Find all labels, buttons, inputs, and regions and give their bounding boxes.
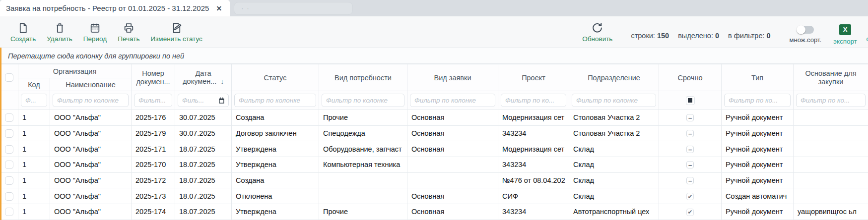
filter-need-type-input[interactable] <box>322 94 404 107</box>
filter-status-input[interactable] <box>234 94 316 107</box>
cell-org: ООО "Альфа" <box>50 110 132 126</box>
table-row[interactable]: 1ООО "Альфа"2025-17318.07.2025ОтклоненаО… <box>0 188 868 204</box>
table-row[interactable]: 1ООО "Альфа"2025-17218.07.2025Создана№47… <box>0 172 868 188</box>
cell-type: Ручной документ <box>722 172 794 188</box>
change-status-button[interactable]: Изменить статус <box>145 16 207 48</box>
row-checkbox[interactable] <box>5 145 13 154</box>
header-code[interactable]: Код <box>18 78 50 91</box>
cell-request-type: Основная <box>407 204 498 220</box>
filter-request-type-input[interactable] <box>410 94 495 107</box>
new-document-icon <box>17 22 29 34</box>
urgent-checkbox-dash[interactable]: – <box>686 114 694 121</box>
row-select-cell <box>0 141 18 157</box>
row-checkbox[interactable] <box>5 192 13 201</box>
cell-type: Ручной документ <box>722 125 794 141</box>
tab-ghost[interactable]: · · <box>234 2 353 15</box>
cell-status: Отклонена <box>232 188 319 204</box>
cell-project: Модернизация сет <box>498 110 569 126</box>
delete-button-label: Удалить <box>47 35 72 43</box>
filter-type-input[interactable] <box>724 94 791 107</box>
group-drop-zone[interactable]: Перетащите сюда колонку для группировки … <box>0 48 868 64</box>
print-button[interactable]: Печать <box>112 16 145 48</box>
cell-basis <box>794 157 868 173</box>
table-row[interactable]: 1ООО "Альфа"2025-17630.07.2025СозданаПро… <box>0 110 868 126</box>
requisition-table: Организация Номер докумен... Дата докуме… <box>0 64 868 220</box>
export-button[interactable]: X экспорт <box>827 24 863 45</box>
urgent-checkbox-dash[interactable]: – <box>686 130 694 137</box>
header-number[interactable]: Номер докумен... <box>132 64 175 91</box>
urgent-checkbox-dash[interactable]: – <box>686 161 694 168</box>
urgent-checkbox-dash[interactable]: – <box>686 177 694 184</box>
filter-code-input[interactable] <box>21 94 47 107</box>
urgent-checkbox-dash[interactable]: – <box>686 146 694 153</box>
cell-project: СИФ <box>498 188 569 204</box>
filter-urgent-checkbox[interactable] <box>686 96 695 105</box>
cell-status: Утверждена <box>232 157 319 173</box>
toggle-off-icon[interactable] <box>797 26 814 34</box>
cell-need-type <box>319 188 407 204</box>
cell-basis <box>794 110 868 126</box>
header-basis[interactable]: Основание для закупки <box>794 64 868 91</box>
select-all-checkbox[interactable] <box>5 73 13 82</box>
cell-project: №476 от 08.04.202 <box>498 172 569 188</box>
cell-code: 1 <box>18 125 50 141</box>
cell-need-type: Прочие <box>319 110 407 126</box>
header-status[interactable]: Статус <box>232 64 319 91</box>
urgent-checkbox-checked[interactable]: ✔ <box>686 209 694 216</box>
cell-project: 343234 <box>498 204 569 220</box>
filter-empty-cell <box>0 91 18 110</box>
row-checkbox[interactable] <box>5 208 13 216</box>
header-urgent[interactable]: Срочно <box>659 64 722 91</box>
header-department[interactable]: Подразделение <box>569 64 659 91</box>
cell-date: 18.07.2025 <box>175 172 232 188</box>
table-row[interactable]: 1ООО "Альфа"2025-17118.07.2025Утверждена… <box>0 141 868 157</box>
cell-urgent: – <box>659 125 722 141</box>
filter-basis-input[interactable] <box>796 94 866 107</box>
header-request-type[interactable]: Вид заявки <box>407 64 498 91</box>
table-row[interactable]: 1ООО "Альфа"2025-17930.07.2025Договор за… <box>0 125 868 141</box>
tab-requisition-registry[interactable]: Заявка на потребность - Реестр от 01.01.… <box>0 0 230 16</box>
table-body: 1ООО "Альфа"2025-17630.07.2025СозданаПро… <box>0 110 868 220</box>
period-button[interactable]: Период <box>78 16 112 48</box>
tab-close-icon[interactable]: ✕ <box>216 4 222 12</box>
clipped-right-button[interactable]: о <box>866 35 868 43</box>
create-button[interactable]: Создать <box>5 16 41 48</box>
cell-request-type: Основная <box>407 110 498 126</box>
header-org-group[interactable]: Организация <box>18 64 132 78</box>
cell-need-type: Прочие <box>319 204 407 220</box>
row-checkbox[interactable] <box>5 113 13 122</box>
header-type[interactable]: Тип <box>722 64 794 91</box>
urgent-checkbox-checked[interactable]: ✔ <box>686 193 694 200</box>
filter-project-input[interactable] <box>501 94 566 107</box>
cell-status: Создана <box>232 172 319 188</box>
toolbar-right-group: Обновить строки: 150 выделено: 0 в фильт… <box>577 16 868 48</box>
header-org-name[interactable]: Наименование <box>50 78 132 91</box>
refresh-button[interactable]: Обновить <box>577 16 618 48</box>
delete-button[interactable]: Удалить <box>41 16 78 48</box>
cell-code: 1 <box>18 110 50 126</box>
filter-org-input[interactable] <box>53 94 129 107</box>
calendar-picker-icon[interactable] <box>218 97 225 104</box>
filter-department-input[interactable] <box>572 94 656 107</box>
row-checkbox[interactable] <box>5 161 13 169</box>
filter-number-input[interactable] <box>134 94 172 107</box>
header-project[interactable]: Проект <box>498 64 569 91</box>
header-need-type[interactable]: Вид потребности <box>319 64 407 91</box>
cell-request-type: Основная <box>407 125 498 141</box>
counter-rows: строки: 150 <box>631 32 669 40</box>
table-row[interactable]: 1ООО "Альфа"2025-17018.07.2025Утверждена… <box>0 157 868 173</box>
table-row[interactable]: 1ООО "Альфа"2025-17418.07.2025Утверждена… <box>0 204 868 220</box>
cell-status: Договор заключен <box>232 125 319 141</box>
cell-department: Столовая Участка 2 <box>569 110 659 126</box>
tab-ghost-dots: · · <box>241 5 250 12</box>
cell-basis: уащорвипщгос ьл <box>794 204 868 220</box>
header-date[interactable]: Дата докумен...↓ <box>175 64 232 91</box>
cell-number: 2025-176 <box>132 110 175 126</box>
cell-need-type: Оборудование, запчаст <box>319 141 407 157</box>
cell-status: Утверждена <box>232 141 319 157</box>
row-checkbox[interactable] <box>5 129 13 138</box>
multisort-toggle[interactable]: множ.сорт. <box>784 26 827 44</box>
tab-title: Заявка на потребность - Реестр от 01.01.… <box>6 4 209 12</box>
cell-basis <box>794 125 868 141</box>
row-checkbox[interactable] <box>5 176 13 185</box>
